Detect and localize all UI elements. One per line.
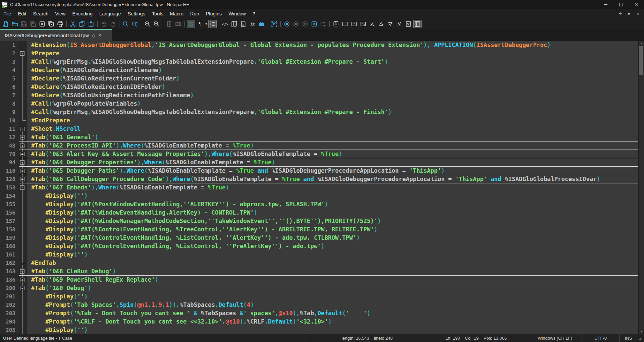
menu-plus-button[interactable]: + [616,10,624,17]
show-all-characters-dropdown-icon[interactable]: ▼ [205,22,208,25]
user-defined-language-icon[interactable]: </> [221,20,229,28]
fold-expand-icon[interactable]: + [20,269,24,274]
paste-icon[interactable] [87,20,95,28]
fold-margin[interactable] [19,292,27,301]
code-line[interactable]: #Declare(%ISADGloRedirectionCurrentFolde… [27,74,638,83]
code-line[interactable]: #Declare(%ISADGloRedirectionIDEFolder) [27,83,638,91]
fold-expand-icon[interactable]: + [20,152,24,156]
fold-margin[interactable]: + [19,150,27,158]
status-insert-mode[interactable]: INS [619,334,637,342]
line-number[interactable]: 160 [0,242,19,250]
fold-margin[interactable] [19,209,27,217]
code-line[interactable]: #Display('#AT(%WindowManagerMethodCodeSe… [27,217,638,225]
fold-margin[interactable]: + [19,276,27,284]
code-line[interactable]: #Call(%grpErrMsg,%ISADGloShowDebugMsgsTa… [27,108,638,116]
scrollbar-thumb[interactable] [639,46,643,75]
code-line[interactable]: #Prompt('%CRLF - Dont Touch you cant see… [27,318,638,326]
line-number[interactable]: 11 [0,125,19,133]
status-eol-format[interactable]: Windows (CR LF) [528,334,582,342]
collapse-current-level-icon[interactable] [377,20,385,28]
find-icon[interactable] [121,20,130,28]
code-line[interactable]: #Display('') [27,250,638,259]
code-line[interactable]: #EndTab [27,259,638,267]
code-line[interactable]: #Tab('0&4 Debugger Properties'),Where(%I… [27,158,638,167]
code-line[interactable]: #Tab('0&2 ProcessID API'),Where(%ISADGlo… [27,141,638,150]
resize-grip[interactable] [637,334,644,342]
fold-margin[interactable] [19,250,27,259]
scroll-down-arrow-icon[interactable]: ▼ [639,329,644,334]
line-number[interactable]: 48 [0,141,19,150]
move-to-other-view-icon[interactable] [350,20,358,28]
menu-close-button[interactable]: × [634,10,641,17]
indent-guide-icon[interactable] [208,20,217,28]
menu-tools[interactable]: Tools [149,9,167,19]
replace-icon[interactable] [130,20,139,28]
zoom-in-icon[interactable] [143,20,152,28]
unfold-all-icon[interactable] [395,20,404,28]
line-number[interactable]: 12 [0,133,19,141]
fold-margin[interactable]: + [19,141,27,150]
code-line[interactable]: #Extension(IS_AssertDebuggerGlobal,'IS_A… [27,41,638,49]
code-line[interactable]: #Display('#AT(%WindowEventHandling,Alert… [27,209,638,217]
fold-margin[interactable]: + [19,158,27,167]
menu-macro[interactable]: Macro [167,9,187,19]
menu-search[interactable]: Search [30,9,52,19]
print-icon[interactable] [56,20,64,28]
fold-expand-icon[interactable]: + [20,135,24,139]
close-file-icon[interactable] [38,20,46,28]
code-line[interactable]: #Call(%grpErrMsg,%ISADGloShowDebugMsgsTa… [27,58,638,66]
fold-margin[interactable]: + [19,133,27,141]
code-line[interactable]: #Tab('0&7 Embeds'),Where(%ISADGloEnableT… [27,183,638,192]
line-number[interactable]: 1 [0,41,19,49]
menu-edit[interactable]: Edit [14,9,30,19]
document-switcher-icon[interactable] [413,20,422,28]
stop-recording-icon[interactable] [292,20,300,28]
fold-margin[interactable] [19,192,27,200]
playback-macro-icon[interactable] [301,20,309,28]
code-line[interactable]: #Tab('1&0 Debug') [27,284,638,292]
fold-margin[interactable] [19,116,27,125]
line-number[interactable]: 162 [0,259,19,267]
code-line[interactable]: #Tab('0&6 CallDebugger Procedure Code'),… [27,175,638,183]
code-line[interactable]: #Prompt('Tab Spaces',Spin(@n1,1,9,1)),%T… [27,301,638,309]
code-line[interactable]: #Display('#AT(%ControlEventHandling, %Li… [27,234,638,242]
file-monitoring-icon[interactable] [270,20,278,28]
record-macro-icon[interactable] [283,20,291,28]
line-number[interactable]: 205 [0,326,19,334]
code-line[interactable]: #Display('') [27,292,638,301]
code-line[interactable]: #Declare(%ISADGloUsingRedirectionPathFil… [27,91,638,100]
fold-collapse-icon[interactable]: - [20,127,24,131]
line-number[interactable]: 9 [0,108,19,116]
fold-expand-icon[interactable]: + [20,144,24,148]
menu-dropdown-button[interactable]: ▼ [625,10,633,17]
folder-as-workspace-icon[interactable] [257,20,266,28]
code-line[interactable]: #Display('#AT(%PostWindowEventHandling,'… [27,200,638,209]
line-number[interactable]: 5 [0,74,19,83]
fold-margin[interactable] [19,234,27,242]
line-number[interactable]: 110 [0,167,19,175]
redo-icon[interactable] [109,20,117,28]
undo-icon[interactable] [100,20,108,28]
open-file-icon[interactable] [11,20,19,28]
code-line[interactable]: #Tab('0&3 Alert Key && Assert Message Pr… [27,150,638,158]
fold-margin[interactable] [19,259,27,267]
close-all-icon[interactable] [47,20,55,28]
menu-view[interactable]: View [52,9,69,19]
document-map-icon[interactable] [230,20,238,28]
line-number[interactable]: 155 [0,200,19,209]
line-number[interactable]: 158 [0,225,19,234]
fold-margin[interactable]: + [19,175,27,183]
menu-run[interactable]: Run [187,9,203,19]
code-line[interactable]: #Tab('0&9 PowerShell RegEx Replace') [27,276,638,284]
scroll-up-arrow-icon[interactable]: ▲ [639,41,644,46]
code-line[interactable]: #Tab('0&5 Debugger Paths'),Where(%ISADGl… [27,167,638,175]
line-number[interactable]: 203 [0,309,19,318]
clone-to-other-view-icon[interactable] [341,20,349,28]
fold-margin[interactable] [19,108,27,116]
code-area[interactable]: 1#Extension(IS_AssertDebuggerGlobal,'IS_… [0,41,638,334]
fold-margin[interactable] [19,58,27,66]
close-tab-icon[interactable]: × [98,33,101,38]
vertical-scrollbar[interactable]: ▲ ▼ [638,41,644,334]
fold-expand-icon[interactable]: + [20,177,24,181]
code-line[interactable]: #Prepare [27,49,638,58]
